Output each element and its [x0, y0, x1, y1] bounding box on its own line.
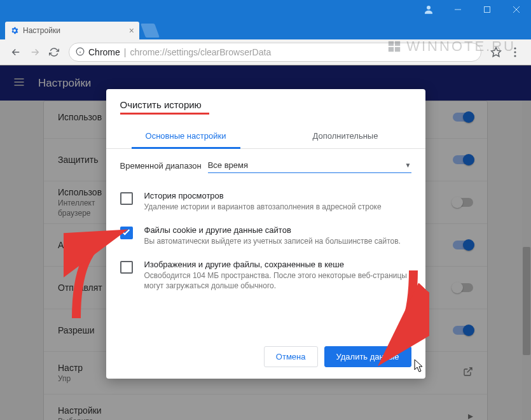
- tab-basic[interactable]: Основные настройки: [106, 123, 266, 148]
- time-range-select[interactable]: Все время ▼: [208, 158, 411, 173]
- annotation-underline: [120, 113, 209, 115]
- tab-close-icon[interactable]: ×: [129, 25, 134, 36]
- svg-rect-19: [389, 47, 394, 52]
- close-button[interactable]: [502, 0, 531, 19]
- dialog-title: Очистить историю: [106, 89, 202, 113]
- time-range-value: Все время: [208, 160, 248, 170]
- back-button[interactable]: [6, 43, 25, 62]
- cancel-button[interactable]: Отмена: [264, 346, 318, 367]
- svg-rect-2: [485, 7, 490, 13]
- checkbox[interactable]: [120, 227, 133, 239]
- option-subtitle: Удаление истории и вариантов автозаполне…: [144, 202, 382, 213]
- svg-rect-17: [389, 41, 394, 46]
- tab-title: Настройки: [23, 26, 129, 35]
- clear-browsing-data-dialog: Очистить историю Основные настройки Допо…: [106, 89, 425, 379]
- reload-button[interactable]: [45, 43, 64, 62]
- new-tab-button[interactable]: [141, 24, 160, 38]
- maximize-button[interactable]: [472, 0, 502, 19]
- modal-overlay: Очистить историю Основные настройки Допо…: [0, 65, 531, 420]
- checkbox[interactable]: [120, 192, 133, 205]
- watermark: WINNOTE.RU: [387, 38, 516, 55]
- option-cache[interactable]: Изображения и другие файлы, сохраненные …: [120, 253, 411, 298]
- caret-down-icon: ▼: [405, 162, 411, 169]
- option-history[interactable]: История просмотров Удаление истории и ва…: [120, 185, 411, 219]
- svg-rect-18: [395, 41, 400, 46]
- tab-strip: Настройки ×: [0, 19, 531, 39]
- info-icon: [76, 47, 85, 58]
- tab-advanced[interactable]: Дополнительные: [266, 123, 425, 148]
- omnibox-url: chrome://settings/clearBrowserData: [130, 47, 271, 57]
- minimize-button[interactable]: [443, 0, 472, 19]
- svg-point-0: [427, 6, 431, 10]
- option-cookies[interactable]: Файлы cookie и другие данные сайтов Вы а…: [120, 219, 411, 253]
- windows-logo-icon: [387, 39, 401, 53]
- time-range-label: Временной диапазон: [120, 161, 202, 171]
- svg-rect-20: [395, 47, 400, 52]
- account-icon[interactable]: [414, 0, 443, 19]
- browser-tab[interactable]: Настройки ×: [5, 22, 139, 39]
- gear-icon: [10, 26, 19, 35]
- option-title: История просмотров: [144, 191, 382, 200]
- option-subtitle: Вы автоматически выйдете из учетных запи…: [144, 236, 401, 247]
- window-titlebar: [0, 0, 531, 19]
- option-title: Файлы cookie и другие данные сайтов: [144, 225, 401, 235]
- omnibox-scheme: Chrome: [88, 47, 120, 57]
- option-subtitle: Освободится 104 МБ пространства. После э…: [144, 270, 411, 292]
- svg-point-11: [514, 55, 516, 57]
- checkbox[interactable]: [120, 261, 133, 274]
- option-title: Изображения и другие файлы, сохраненные …: [144, 260, 411, 269]
- clear-data-button[interactable]: Удалить данные: [324, 346, 411, 367]
- forward-button[interactable]: [25, 43, 45, 62]
